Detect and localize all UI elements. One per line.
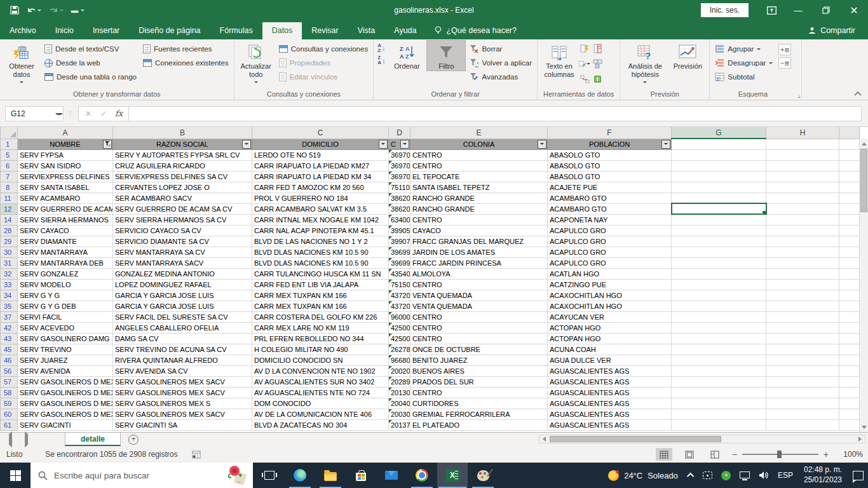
cell[interactable] xyxy=(672,279,766,290)
zoom-slider[interactable] xyxy=(742,454,818,455)
row-header-14[interactable]: 14 xyxy=(1,214,18,225)
filter-dropdown-icon[interactable] xyxy=(379,140,388,149)
desde-tabla-rango-button[interactable]: Desde una tabla o rango xyxy=(41,70,140,84)
row-header-57[interactable]: 57 xyxy=(1,376,18,387)
network-icon[interactable] xyxy=(735,463,754,488)
cell[interactable]: DOMICILIO CONOCIDO SN xyxy=(252,355,389,365)
cell[interactable]: CARR NAL ACAP PINOTEPA KM 45.1 xyxy=(252,225,389,236)
cell[interactable] xyxy=(672,268,766,279)
cell[interactable]: 63400 xyxy=(389,214,410,225)
row-header-30[interactable]: 30 xyxy=(1,247,18,257)
cell[interactable]: SERV AVENIDA xyxy=(18,365,113,376)
cell[interactable] xyxy=(672,236,766,247)
cell[interactable] xyxy=(766,355,839,365)
cell[interactable] xyxy=(672,247,766,257)
cell[interactable]: ALMOLOYA xyxy=(410,268,548,279)
avanzadas-button[interactable]: Avanzadas xyxy=(466,70,535,84)
cell[interactable] xyxy=(766,139,839,149)
active-cell-G12[interactable] xyxy=(672,203,766,214)
cell[interactable]: 20137 xyxy=(389,419,410,430)
row-header-6[interactable]: 6 xyxy=(1,160,18,171)
header-cell-colonia[interactable]: COLONIA xyxy=(410,139,548,149)
cell[interactable]: GONZALEZ MEDINA ANTONIO xyxy=(113,268,252,279)
cell[interactable]: SERV TREVINO xyxy=(18,344,113,355)
filtro-button[interactable]: Filtro xyxy=(426,40,466,71)
cell[interactable]: FRACC JARDIN PRINCESA xyxy=(410,257,548,268)
cell[interactable]: ABASOLO GTO xyxy=(548,160,672,171)
row-header-31[interactable]: 31 xyxy=(1,257,18,268)
column-header-F[interactable]: F xyxy=(548,127,672,139)
fuentes-recientes-button[interactable]: Fuentes recientes xyxy=(140,42,232,56)
row-header-42[interactable]: 42 xyxy=(1,322,18,333)
cell[interactable] xyxy=(672,149,766,160)
cell[interactable]: FRACC GRANJAS DEL MARQUEZ xyxy=(410,236,548,247)
tab-diseno[interactable]: Diseño de página xyxy=(129,22,210,39)
cell[interactable]: SERV MODELO xyxy=(18,279,113,290)
scroll-down-icon[interactable] xyxy=(860,423,868,432)
vertical-scrollbar[interactable] xyxy=(859,139,868,432)
cell[interactable] xyxy=(672,419,766,430)
cell[interactable]: BLVD DE LAS NACIONES NO 1 Y 2 xyxy=(252,236,389,247)
scroll-right-icon[interactable] xyxy=(856,437,865,442)
clock[interactable]: 02:48 p. m. 25/01/2023 xyxy=(797,465,848,485)
cell[interactable]: ACTOPAN HGO xyxy=(548,322,672,333)
sign-in-button[interactable]: Inic. ses. xyxy=(701,3,749,17)
collapse-ribbon-icon[interactable] xyxy=(854,90,862,97)
cell[interactable] xyxy=(766,182,839,193)
cell[interactable]: CARR IRAPUATO LA PIEDAD KM 34 xyxy=(252,171,389,182)
row-header-32[interactable]: 32 xyxy=(1,268,18,279)
row-header-60[interactable]: 60 xyxy=(1,409,18,419)
cell[interactable] xyxy=(672,322,766,333)
cell[interactable]: 39907 xyxy=(389,236,410,247)
cell[interactable]: SERV ACAMBARO xyxy=(18,193,113,203)
cell[interactable]: CARR ACAMBARO SALVAT KM 3.5 xyxy=(252,203,389,214)
flash-fill-icon[interactable] xyxy=(579,43,590,54)
cell[interactable]: 43720 xyxy=(389,301,410,311)
search-highlight-image[interactable] xyxy=(226,464,248,487)
cell[interactable] xyxy=(766,387,839,398)
taskbar-edge[interactable] xyxy=(285,463,315,488)
cell[interactable]: CURTIDORES xyxy=(410,398,548,409)
column-header-G-selected[interactable]: G xyxy=(672,127,766,139)
cell[interactable]: SERV GASOLINEROS D MEX xyxy=(18,409,113,419)
cell[interactable]: SERV CAYACO xyxy=(18,225,113,236)
page-break-view-icon[interactable] xyxy=(707,448,723,461)
column-header-D[interactable]: D xyxy=(389,127,410,139)
cell[interactable]: ACAPONETA NAY xyxy=(548,214,672,225)
cell[interactable]: 43720 xyxy=(389,290,410,301)
cell[interactable]: SERV GASOLINEROS D MEX xyxy=(18,398,113,409)
undo-button[interactable] xyxy=(27,6,41,15)
hide-detail-icon[interactable]: −≣ xyxy=(778,57,791,69)
cell[interactable]: SERV GASOLINEROS MEX S xyxy=(113,398,252,409)
cell[interactable] xyxy=(672,398,766,409)
cell[interactable]: ACATZINGO PUE xyxy=(548,279,672,290)
cell[interactable]: SER ACAMBARO SACV xyxy=(113,193,252,203)
prevision-button[interactable]: Previsión xyxy=(668,40,707,71)
cell[interactable]: AGUASCALIENTES AGS xyxy=(548,409,672,419)
cell[interactable]: CENTRO xyxy=(410,149,548,160)
cell[interactable]: CENTRO xyxy=(410,322,548,333)
cell[interactable]: GREMIAL FERROCARRILERA xyxy=(410,409,548,419)
row-header-11[interactable]: 11 xyxy=(1,193,18,203)
row-header-29[interactable]: 29 xyxy=(1,236,18,247)
share-button[interactable]: Compartir xyxy=(796,22,868,39)
cell[interactable]: SERV GASOLINEROS MEX SACV xyxy=(113,387,252,398)
cell[interactable]: 96680 xyxy=(389,355,410,365)
scroll-left-icon[interactable] xyxy=(539,437,548,442)
save-icon[interactable] xyxy=(10,6,19,15)
tab-vista[interactable]: Vista xyxy=(348,22,385,39)
cell[interactable]: CENTRO xyxy=(410,214,548,225)
cell[interactable] xyxy=(672,387,766,398)
cell[interactable] xyxy=(672,171,766,182)
cell[interactable] xyxy=(766,160,839,171)
tab-datos[interactable]: Datos xyxy=(262,22,302,39)
page-layout-view-icon[interactable] xyxy=(681,448,698,461)
insert-function-icon[interactable]: fx xyxy=(112,109,126,118)
taskbar-file-explorer[interactable] xyxy=(315,463,346,488)
zoom-in-icon[interactable]: + xyxy=(824,449,829,459)
tab-formulas[interactable]: Fórmulas xyxy=(210,22,262,39)
cell[interactable]: AGUASCALIENTES AGS xyxy=(548,376,672,387)
zoom-out-icon[interactable]: − xyxy=(732,449,737,459)
cell[interactable]: VENTA QUEMADA xyxy=(410,290,548,301)
cell[interactable]: ACAMBARO GTO xyxy=(548,203,672,214)
